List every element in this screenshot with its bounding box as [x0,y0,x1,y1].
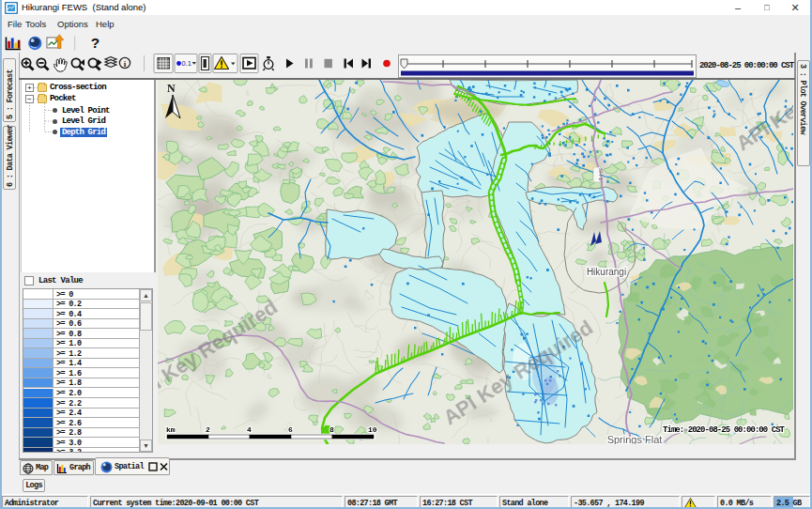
svg-text:8: 8 [329,425,334,434]
svg-text:10: 10 [368,425,377,434]
svg-text:SH 1: SH 1 [598,168,604,181]
svg-text:km: km [166,425,176,434]
svg-text:N: N [167,82,176,95]
svg-text:Hikurangi: Hikurangi [587,267,626,277]
svg-text:0.1: 0.1 [181,59,191,68]
svg-text:3 : Plot Overview: 3 : Plot Overview [798,64,807,135]
svg-text:6: 6 [288,425,293,434]
svg-text:4: 4 [247,425,252,434]
svg-text:Time: 2020-08-25 00:00:00 CST: Time: 2020-08-25 00:00:00 CST [663,425,786,435]
svg-text:Springs Flat: Springs Flat [607,434,663,444]
svg-text:2: 2 [206,425,210,434]
svg-text:6 : Data Viewer: 6 : Data Viewer [6,124,15,187]
svg-text:i: i [124,59,127,69]
